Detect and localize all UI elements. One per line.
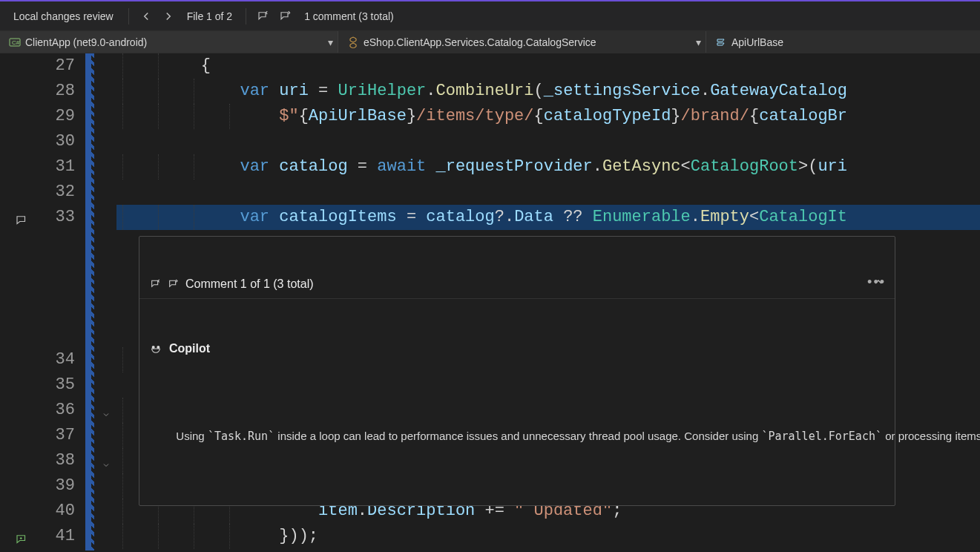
breadcrumb-member[interactable]: ApiUrlBase xyxy=(706,31,980,53)
separator xyxy=(128,8,129,24)
csharp-project-icon: C# xyxy=(9,36,21,48)
comment-code: `Parallel.ForEach` xyxy=(761,430,882,443)
line-number-gutter: 272829303132333435363738394041 xyxy=(41,53,85,551)
comment-text: inside a loop can lead to performance is… xyxy=(274,430,761,442)
line-number: 35 xyxy=(41,372,75,398)
breadcrumb-project-label: ClientApp (net9.0-android) xyxy=(25,36,147,48)
line-number: 40 xyxy=(41,499,75,524)
comment-code: `Task.Run` xyxy=(208,430,274,443)
comment-text: Using xyxy=(176,430,208,442)
chevron-down-icon: ▾ xyxy=(328,36,333,48)
line-number: 37 xyxy=(41,423,75,448)
breadcrumb-project[interactable]: C# ClientApp (net9.0-android) ▾ xyxy=(0,31,338,53)
comment-glyph-icon[interactable] xyxy=(15,211,28,236)
class-icon xyxy=(347,36,359,48)
line-number: 32 xyxy=(41,180,75,205)
line-number: 39 xyxy=(41,473,75,499)
line-number: 36 xyxy=(41,398,75,423)
chevron-down-icon: ▾ xyxy=(696,36,701,48)
change-marker-gutter xyxy=(85,53,100,551)
code-editor[interactable]: 272829303132333435363738394041 Comment 1… xyxy=(0,53,980,551)
line-number: 38 xyxy=(41,448,75,473)
comment-author-name: Copilot xyxy=(169,341,210,357)
code-line[interactable] xyxy=(116,129,980,154)
breadcrumb-member-label: ApiUrlBase xyxy=(731,36,783,48)
breadcrumb-namespace-label: eShop.ClientApp.Services.Catalog.Catalog… xyxy=(364,36,596,48)
comment-popover-header: Comment 1 of 1 (3 total) xyxy=(139,269,895,299)
separator xyxy=(246,8,246,24)
line-number: 34 xyxy=(41,347,75,372)
code-line[interactable]: $"{ApiUrlBase}/items/type/{catalogTypeId… xyxy=(116,104,980,129)
line-number: 27 xyxy=(41,53,75,79)
review-mode-label: Local changes review xyxy=(6,6,121,27)
comment-popover-title: Comment 1 of 1 (3 total) xyxy=(185,276,834,292)
svg-point-3 xyxy=(157,346,160,349)
line-number: 29 xyxy=(41,104,75,129)
comment-more-button[interactable]: ••• xyxy=(867,274,886,290)
fold-gutter xyxy=(100,53,116,551)
comment-counter: 1 comment (3 total) xyxy=(298,10,400,22)
file-counter: File 1 of 2 xyxy=(181,10,238,22)
svg-point-4 xyxy=(154,349,154,350)
field-icon xyxy=(715,36,727,48)
review-toolbar: Local changes review File 1 of 2 1 comme… xyxy=(0,1,980,31)
comment-author-row: Copilot xyxy=(139,332,895,360)
svg-point-5 xyxy=(157,349,157,350)
svg-point-2 xyxy=(152,346,155,349)
line-number: 33 xyxy=(41,205,75,230)
line-number: 28 xyxy=(41,79,75,104)
add-comment-glyph-icon[interactable] xyxy=(15,530,28,552)
prev-comment-button[interactable] xyxy=(254,7,273,26)
comment-popover: Comment 1 of 1 (3 total) Copilot ••• Usi… xyxy=(139,236,895,506)
code-line[interactable]: { xyxy=(116,53,980,79)
code-line[interactable]: })); xyxy=(116,524,980,549)
next-comment-button[interactable] xyxy=(276,7,295,26)
code-line[interactable] xyxy=(116,180,980,205)
code-line[interactable]: var catalog = await _requestProvider.Get… xyxy=(116,154,980,180)
breadcrumb-namespace[interactable]: eShop.ClientApp.Services.Catalog.Catalog… xyxy=(338,31,706,53)
comment-text: or processing items sequentially if the … xyxy=(882,430,980,442)
copilot-icon xyxy=(150,343,162,355)
code-content[interactable]: Comment 1 of 1 (3 total) Copilot ••• Usi… xyxy=(116,53,980,551)
code-line[interactable]: var uri = UriHelper.CombineUri(_settings… xyxy=(116,79,980,104)
comment-body: Using `Task.Run` inside a loop can lead … xyxy=(139,409,895,473)
prev-thread-icon[interactable] xyxy=(150,278,162,290)
svg-text:C#: C# xyxy=(12,39,20,46)
glyph-margin xyxy=(0,53,41,551)
line-number: 41 xyxy=(41,524,75,549)
line-number: 30 xyxy=(41,129,75,154)
prev-file-button[interactable] xyxy=(137,7,156,26)
breadcrumb-bar: C# ClientApp (net9.0-android) ▾ eShop.Cl… xyxy=(0,31,980,53)
line-number: 31 xyxy=(41,154,75,180)
next-file-button[interactable] xyxy=(159,7,178,26)
code-line[interactable]: var catalogItems = catalog?.Data ?? Enum… xyxy=(116,205,980,230)
next-thread-icon[interactable] xyxy=(168,278,180,290)
